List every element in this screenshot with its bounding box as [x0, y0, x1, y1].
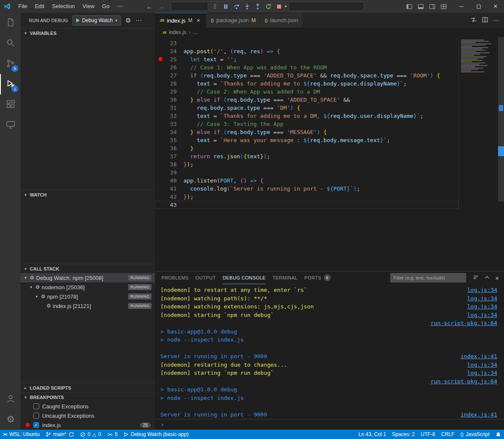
editor-gutter[interactable]: 35: [155, 136, 177, 144]
source-link[interactable]: log.js:34: [467, 302, 497, 311]
settings-button[interactable]: ⚙: [0, 409, 20, 430]
breakpoint-dot[interactable]: [158, 57, 163, 61]
panel-tab-terminal[interactable]: TERMINAL: [272, 271, 298, 284]
editor-gutter[interactable]: 32: [155, 112, 177, 120]
chevron-down-icon[interactable]: ▾: [29, 285, 34, 289]
section-breakpoints[interactable]: ▾ BREAKPOINTS: [20, 392, 155, 402]
breadcrumb-symbol[interactable]: …: [193, 29, 198, 35]
editor-gutter[interactable]: 24: [155, 47, 177, 55]
close-tab-icon[interactable]: ×: [195, 17, 202, 24]
section-loaded-scripts[interactable]: ▸ LOADED SCRIPTS: [20, 383, 155, 392]
step-over-icon[interactable]: [232, 2, 241, 11]
source-link[interactable]: run-script-pkg.js:64: [430, 319, 497, 328]
panel-tab-problems[interactable]: PROBLEMS: [161, 271, 189, 284]
ports-indicator[interactable]: 5: [104, 430, 121, 439]
stop-dropdown-chevron-icon[interactable]: ▾: [285, 4, 287, 9]
editor-gutter[interactable]: 43: [155, 201, 177, 209]
toggle-panel-icon[interactable]: [418, 3, 424, 10]
editor-scrollbar[interactable]: [498, 37, 504, 202]
eol-setting[interactable]: CRLF: [438, 430, 457, 439]
breakpoint-row[interactable]: Caught Exceptions: [20, 402, 155, 411]
pause-icon[interactable]: [221, 2, 230, 11]
sidebar-item-extensions[interactable]: [0, 94, 20, 115]
menu-go[interactable]: Go: [98, 0, 113, 13]
callstack-row[interactable]: ▾⚙nodemon [25036]RUNNING: [20, 282, 155, 292]
source-link[interactable]: log.js:34: [467, 286, 497, 294]
toggle-secondary-sidebar-icon[interactable]: [429, 3, 435, 10]
sidebar-item-remote-explorer[interactable]: [0, 115, 20, 135]
menu-view[interactable]: View: [79, 0, 98, 13]
debug-console-input[interactable]: ›: [155, 419, 504, 430]
sidebar-item-search[interactable]: [0, 33, 20, 54]
notifications-bell[interactable]: [493, 430, 504, 439]
code-editor[interactable]: 2324app.post('/', (req, res) => {25 let …: [155, 37, 504, 271]
start-debug-icon[interactable]: [76, 18, 80, 23]
back-icon[interactable]: ←: [146, 3, 152, 10]
editor-gutter[interactable]: 37: [155, 152, 177, 160]
split-editor-icon[interactable]: [482, 17, 488, 24]
drag-handle-icon[interactable]: [210, 2, 220, 11]
minimize-button[interactable]: [453, 0, 470, 13]
editor-gutter[interactable]: 29: [155, 88, 177, 96]
maximize-button[interactable]: [470, 0, 487, 13]
menu-selection[interactable]: Selection: [48, 0, 78, 13]
console-filter[interactable]: [390, 273, 466, 282]
editor-gutter[interactable]: 41: [155, 185, 177, 193]
code-content[interactable]: 2324app.post('/', (req, res) => {25 let …: [155, 37, 459, 209]
editor-gutter[interactable]: 27: [155, 71, 177, 80]
editor-gutter[interactable]: 25: [155, 55, 177, 63]
menu-more[interactable]: ⋯: [113, 0, 126, 13]
configure-gear-icon[interactable]: ⚙: [125, 17, 131, 24]
debug-console-output[interactable]: [nodemon] to restart at any time, enter …: [155, 284, 504, 419]
minimap[interactable]: [460, 40, 496, 73]
language-mode[interactable]: {} JavaScript: [458, 430, 493, 439]
source-link[interactable]: log.js:34: [467, 361, 497, 369]
panel-tab-ports[interactable]: PORTS5: [304, 271, 331, 284]
chevron-down-icon[interactable]: ▾: [34, 294, 39, 299]
editor-gutter[interactable]: 26: [155, 63, 177, 71]
callstack-row[interactable]: ⚙index.js [21121]RUNNING: [20, 301, 155, 311]
more-actions-icon[interactable]: ⋯: [493, 17, 499, 23]
encoding-setting[interactable]: UTF-8: [418, 430, 438, 439]
panel-tab-output[interactable]: OUTPUT: [195, 271, 216, 284]
menu-file[interactable]: File: [14, 0, 31, 13]
editor-gutter[interactable]: 30: [155, 96, 177, 104]
breakpoint-row[interactable]: ✓index.js25: [20, 420, 155, 430]
editor-gutter[interactable]: 42: [155, 193, 177, 201]
source-link[interactable]: index.js:41: [461, 410, 497, 419]
breadcrumb[interactable]: JS index.js › …: [155, 28, 504, 37]
source-link[interactable]: log.js:34: [467, 311, 497, 319]
cursor-position[interactable]: Ln 43, Col 1: [355, 430, 389, 439]
callstack-row[interactable]: ▾⚙npm [21078]RUNNING: [20, 292, 155, 301]
editor-gutter[interactable]: 28: [155, 80, 177, 88]
editor-gutter[interactable]: 36: [155, 144, 177, 152]
editor-gutter[interactable]: 34: [155, 128, 177, 136]
section-call-stack[interactable]: ▾ CALL STACK: [20, 264, 155, 273]
close-button[interactable]: ×: [487, 0, 504, 13]
breakpoint-checkbox[interactable]: ✓: [33, 422, 39, 428]
breadcrumb-file[interactable]: index.js: [169, 29, 186, 35]
views-more-icon[interactable]: ⋯: [135, 17, 142, 24]
git-branch-status[interactable]: main*: [43, 430, 77, 439]
accounts-button[interactable]: [0, 389, 20, 409]
chevron-down-icon[interactable]: ▾: [23, 276, 28, 280]
editor-gutter[interactable]: 31: [155, 104, 177, 112]
open-changes-icon[interactable]: [470, 17, 477, 24]
problems-indicator[interactable]: 0 △ 0: [77, 430, 104, 439]
debug-session-status[interactable]: Debug Watch (basic-app): [120, 430, 192, 439]
editor-gutter[interactable]: 40: [155, 177, 177, 185]
tab-index.js[interactable]: JSindex.jsM×: [155, 13, 206, 28]
maximize-panel-icon[interactable]: [484, 274, 490, 282]
remote-indicator[interactable]: >< WSL: Ubuntu: [0, 430, 43, 439]
breakpoint-row[interactable]: Uncaught Exceptions: [20, 411, 155, 420]
section-variables[interactable]: ▾ VARIABLES: [20, 28, 155, 37]
sidebar-item-source-control[interactable]: 5: [0, 54, 20, 74]
sidebar-item-explorer[interactable]: [0, 13, 20, 33]
panel-tab-debug-console[interactable]: DEBUG CONSOLE: [223, 271, 266, 284]
step-out-icon[interactable]: [253, 2, 262, 11]
source-link[interactable]: index.js:41: [461, 352, 497, 361]
source-link[interactable]: run-script-pkg.js:64: [430, 377, 497, 386]
tab-package.json[interactable]: {}package.jsonM: [206, 13, 261, 28]
source-link[interactable]: log.js:34: [467, 369, 497, 377]
stop-icon[interactable]: [274, 2, 284, 11]
